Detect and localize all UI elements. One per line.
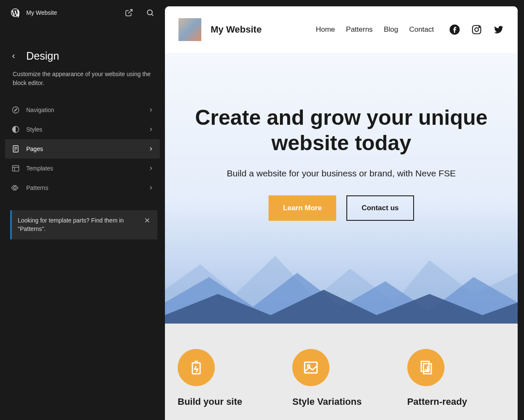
- menu-label: Navigation: [26, 107, 142, 113]
- nav-link-home[interactable]: Home: [316, 25, 335, 34]
- site-header: My Website Home Patterns Blog Contact: [165, 6, 518, 53]
- sidebar-header: My Website: [0, 0, 165, 25]
- compass-icon: [11, 105, 20, 115]
- template-parts-notice: Looking for template parts? Find them in…: [10, 210, 157, 239]
- contact-us-button[interactable]: Contact us: [346, 195, 414, 221]
- chevron-right-icon: [148, 185, 154, 191]
- sidebar-section: Design Customize the appearance of your …: [0, 25, 165, 100]
- site-frame[interactable]: My Website Home Patterns Blog Contact: [165, 6, 518, 420]
- layout-icon: [11, 164, 20, 173]
- back-chevron-icon[interactable]: [10, 53, 17, 60]
- feature-style: Style Variations: [292, 349, 390, 420]
- menu-label: Templates: [26, 165, 142, 172]
- battery-icon: [178, 349, 215, 386]
- diamond-icon: [11, 183, 20, 192]
- menu-item-navigation[interactable]: Navigation: [5, 100, 160, 120]
- learn-more-button[interactable]: Learn More: [269, 195, 336, 221]
- svg-marker-4: [14, 109, 17, 112]
- social-links: [449, 24, 504, 35]
- svg-rect-10: [13, 165, 19, 171]
- svg-line-0: [128, 10, 132, 14]
- chevron-right-icon: [148, 107, 154, 113]
- primary-nav: Home Patterns Blog Contact: [316, 25, 434, 34]
- menu-item-patterns[interactable]: Patterns: [5, 178, 160, 198]
- feature-title: Pattern-ready: [407, 396, 505, 407]
- external-link-icon[interactable]: [124, 8, 134, 17]
- search-icon[interactable]: [145, 8, 155, 17]
- site-preview: My Website Home Patterns Blog Contact: [165, 0, 524, 420]
- menu-label: Styles: [26, 126, 142, 133]
- menu-item-pages[interactable]: Pages: [5, 139, 160, 159]
- hero-buttons: Learn More Contact us: [269, 195, 414, 221]
- nav-link-contact[interactable]: Contact: [409, 25, 434, 34]
- site-title[interactable]: My Website: [26, 9, 112, 16]
- contrast-icon: [11, 125, 20, 134]
- svg-point-20: [479, 27, 480, 27]
- editor-sidebar: My Website Design Customize the appearan…: [0, 0, 165, 420]
- feature-pattern: Pattern-ready: [407, 349, 505, 420]
- hero-subtitle: Build a website for your business or bra…: [227, 168, 456, 178]
- svg-rect-14: [11, 185, 16, 190]
- wordpress-logo-icon[interactable]: [10, 8, 20, 18]
- close-icon[interactable]: [143, 216, 151, 225]
- chevron-right-icon: [148, 165, 154, 171]
- hero-title: Create and grow your unique website toda…: [190, 105, 492, 156]
- nav-link-blog[interactable]: Blog: [384, 25, 398, 34]
- mountains-illustration: [165, 231, 518, 324]
- svg-point-3: [13, 107, 19, 113]
- chevron-right-icon: [148, 126, 154, 132]
- section-title: Design: [26, 50, 59, 62]
- feature-title: Style Variations: [292, 396, 390, 407]
- feature-title: Build your site: [178, 396, 275, 407]
- section-description: Customize the appearance of your website…: [10, 70, 155, 88]
- svg-rect-13: [13, 185, 18, 190]
- facebook-icon[interactable]: [449, 24, 460, 35]
- svg-point-1: [147, 10, 152, 15]
- instagram-icon[interactable]: [471, 24, 482, 35]
- site-name[interactable]: My Website: [211, 24, 307, 35]
- image-icon: [292, 349, 329, 386]
- twitter-icon[interactable]: [493, 24, 504, 35]
- hero-section: Create and grow your unique website toda…: [165, 53, 518, 324]
- nav-link-patterns[interactable]: Patterns: [346, 25, 373, 34]
- menu-item-templates[interactable]: Templates: [5, 159, 160, 178]
- notice-text: Looking for template parts? Find them in…: [18, 216, 137, 233]
- menu-item-styles[interactable]: Styles: [5, 120, 160, 139]
- page-icon: [11, 144, 20, 154]
- chevron-right-icon: [148, 146, 154, 152]
- svg-point-19: [475, 28, 479, 32]
- feature-build: Build your site: [178, 349, 275, 420]
- features-section: Build your site Style Variations Pattern…: [165, 324, 518, 420]
- design-menu: Navigation Styles Pages: [0, 100, 165, 198]
- menu-label: Patterns: [26, 184, 142, 191]
- svg-line-2: [152, 14, 154, 16]
- menu-label: Pages: [26, 145, 142, 152]
- download-icon: [407, 349, 444, 386]
- site-logo[interactable]: [178, 18, 201, 41]
